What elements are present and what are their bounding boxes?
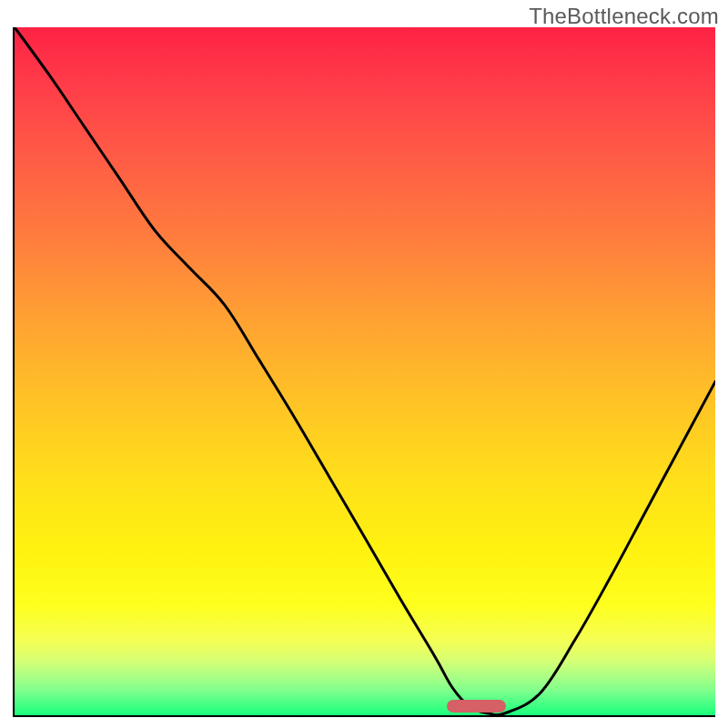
chart-container — [13, 27, 715, 717]
watermark-text: TheBottleneck.com — [529, 4, 719, 29]
bottleneck-curve — [15, 27, 715, 715]
chart-svg — [15, 27, 715, 715]
optimal-range-marker — [447, 700, 507, 713]
